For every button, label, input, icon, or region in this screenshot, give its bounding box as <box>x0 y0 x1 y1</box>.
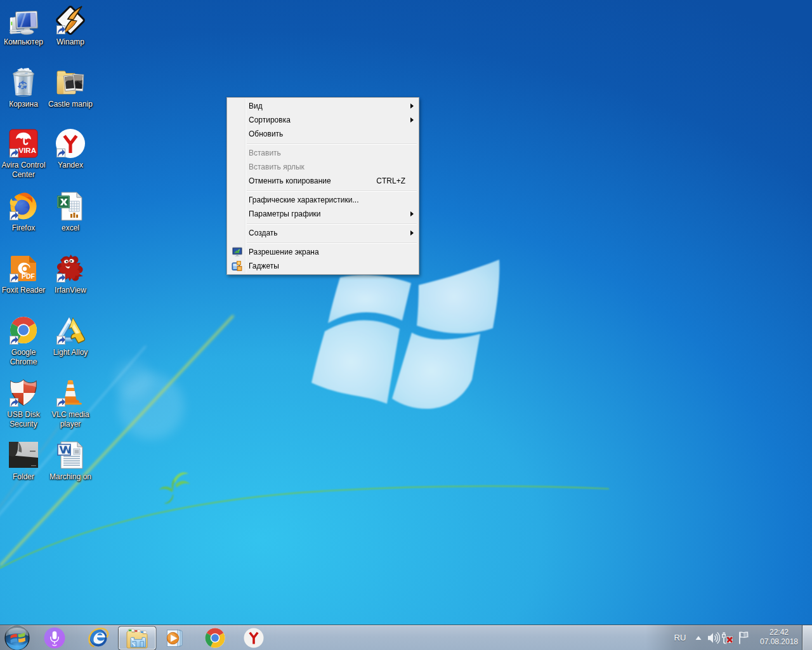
svg-text:PDF: PDF <box>22 272 36 280</box>
svg-text:VIRA: VIRA <box>19 147 36 154</box>
